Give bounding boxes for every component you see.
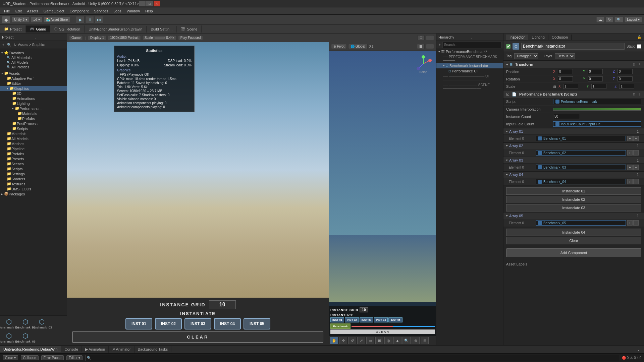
static-checkbox[interactable] xyxy=(637,44,641,49)
project-add-btn[interactable]: + xyxy=(1,43,5,47)
project-refresh-btn[interactable]: ↻ xyxy=(13,43,17,47)
tree-umslods[interactable]: 📁 UMS_LODs xyxy=(0,186,67,191)
tree-pipeline[interactable]: 📁 Pipeline xyxy=(0,146,67,151)
inst-btn-01[interactable]: INST 01 xyxy=(125,318,152,329)
hierarchy-search[interactable] xyxy=(442,42,501,48)
hier-benchmark-instanciator[interactable]: ▾ ⬡ Benchmark Instanciator xyxy=(436,63,503,68)
search-btn[interactable]: 🔍 xyxy=(614,17,623,22)
unity-logo-btn[interactable]: ◆ xyxy=(2,16,10,23)
tab-occlusion[interactable]: Occlusion xyxy=(548,35,572,40)
fav-all-materials[interactable]: 🔍 All Materials xyxy=(0,55,67,60)
menu-help[interactable]: Help xyxy=(143,8,156,14)
console-clear-btn[interactable]: Clear ▾ xyxy=(3,355,18,360)
tab-shader-graph[interactable]: UnityEditor.ShaderGraph.DrawIn xyxy=(85,26,147,33)
maximize-button[interactable]: □ xyxy=(146,1,153,6)
console-collapse-btn[interactable]: Collapse xyxy=(21,355,39,360)
transform-header[interactable]: ▾ ⊞ Transform ⚙ ⋮ xyxy=(503,61,644,68)
transform-gear-icon[interactable]: ⚙ xyxy=(633,63,636,66)
array-05-header[interactable]: ▾ Array 05 1 xyxy=(503,213,644,219)
btab-console[interactable]: Console xyxy=(61,346,82,352)
scene-clear-btn[interactable]: CLEAR xyxy=(330,329,435,334)
pos-z-input[interactable] xyxy=(618,69,633,74)
tab-inspector[interactable]: Inspector xyxy=(506,35,528,40)
scene-inst-04[interactable]: INST 04 xyxy=(374,317,388,322)
scene-tool-hand[interactable]: ✋ xyxy=(330,337,338,344)
scene-tool-rect[interactable]: ▭ xyxy=(366,337,374,344)
scene-inst-02[interactable]: INST 02 xyxy=(345,317,359,322)
array-03-remove-btn[interactable]: − xyxy=(633,165,639,170)
array-03-add-btn[interactable]: + xyxy=(627,165,633,170)
array-04-header[interactable]: ▾ Array 04 1 xyxy=(503,172,644,178)
insp-instanclate-03-btn[interactable]: Instanclate 03 xyxy=(506,204,641,212)
branch-btn[interactable]: ⎇ ▾ xyxy=(31,17,42,22)
scene-tool-scale[interactable]: ⤢ xyxy=(357,337,365,344)
array-04-add-btn[interactable]: + xyxy=(627,179,633,184)
array-02-add-btn[interactable]: + xyxy=(627,150,633,156)
tree-scripts[interactable]: 📁 Scripts xyxy=(0,126,67,131)
camera-interp-slider[interactable] xyxy=(553,108,641,111)
menu-file[interactable]: File xyxy=(1,8,13,14)
console-search-input[interactable] xyxy=(85,355,619,361)
object-active-checkbox[interactable] xyxy=(506,44,511,49)
tree-performance[interactable]: ▾ 📁 Performanc... xyxy=(0,106,67,111)
pause-button[interactable]: ⏸ xyxy=(85,16,94,23)
hierarchy-add-btn[interactable]: + xyxy=(438,43,442,47)
inst-btn-04[interactable]: INST 04 xyxy=(214,318,241,329)
menu-assets[interactable]: Assets xyxy=(24,8,41,14)
tree-postprocess[interactable]: 📁 PostProcess xyxy=(0,121,67,126)
menu-window[interactable]: Window xyxy=(124,8,143,14)
scene-view-modes[interactable]: ☰ xyxy=(417,44,425,49)
tree-animations[interactable]: 📁 Animations xyxy=(0,96,67,101)
instance-grid-input[interactable] xyxy=(209,300,236,309)
hier-perf-bench-label[interactable]: ── PERFORMANCE BENCHMARK ───── xyxy=(436,54,503,63)
collab-btn[interactable]: ↻ xyxy=(606,17,613,22)
hier-ui-section[interactable]: ── ─────────────── UI ───────────────── xyxy=(436,74,503,82)
tree-3d[interactable]: 📁 3D xyxy=(0,91,67,96)
tree-materials[interactable]: 📁 Materials xyxy=(0,111,67,116)
scene-tool-search[interactable]: 🔍 xyxy=(402,337,411,344)
console-error-pause-btn[interactable]: Error Pause xyxy=(41,355,64,360)
tab-project[interactable]: 📁 Project xyxy=(0,25,26,33)
tree-packages[interactable]: ▸ 📦 Packages xyxy=(0,191,67,196)
layer-select[interactable]: Default xyxy=(555,53,575,59)
file-benchmark-01[interactable]: ⬡ Benchmark_01 xyxy=(1,317,16,330)
tree-adaptive-perf[interactable]: 📁 Adaptive Perf xyxy=(0,76,67,81)
scale-z-input[interactable] xyxy=(619,84,634,89)
pos-x-input[interactable] xyxy=(558,69,573,74)
insp-instanclate-02-btn[interactable]: Instanclate 02 xyxy=(506,196,641,203)
maximize-game-btn[interactable]: ⊡ xyxy=(417,35,425,40)
project-search-btn[interactable]: 🔍 xyxy=(6,43,12,47)
tree-meshes[interactable]: 📁 Meshes xyxy=(0,141,67,146)
insp-instanclate-04-btn[interactable]: Instanclate 04 xyxy=(506,229,641,236)
file-benchmark-04[interactable]: ⬡ Benchmark_04 xyxy=(1,331,16,344)
btab-background-tasks[interactable]: Background Tasks xyxy=(135,346,172,352)
tab-sg-rotation[interactable]: ⬡ SG_Rotation xyxy=(50,25,85,33)
rot-y-input[interactable] xyxy=(588,76,603,81)
game-mode-btn[interactable]: Game xyxy=(69,35,83,40)
tree-textures[interactable]: 📁 Textures xyxy=(0,181,67,186)
array-05-add-btn[interactable]: + xyxy=(627,220,633,226)
array-01-add-btn[interactable]: + xyxy=(627,136,633,141)
add-component-btn[interactable]: Add Component xyxy=(506,248,641,257)
btab-animator[interactable]: ↗ Animator xyxy=(109,346,134,353)
menu-gameobject[interactable]: GameObject xyxy=(41,8,67,14)
tab-lighting[interactable]: Lighting xyxy=(528,35,548,40)
array-05-remove-btn[interactable]: − xyxy=(633,220,639,226)
scale-y-input[interactable] xyxy=(591,84,606,89)
tab-build-settings[interactable]: Build Settin... xyxy=(147,26,177,33)
inst-btn-05[interactable]: INST 05 xyxy=(244,318,270,329)
scale-slider[interactable] xyxy=(155,37,165,39)
asset-store-btn[interactable]: 🏪 Asset Store xyxy=(44,17,70,22)
hier-performance-benchmark[interactable]: ▾ 🎬 PerformanceBenchmark* xyxy=(436,49,503,54)
scene-inst-03[interactable]: INST 03 xyxy=(360,317,373,322)
tree-prefabs[interactable]: 📁 Prefabs xyxy=(0,116,67,121)
inst-btn-03[interactable]: INST 03 xyxy=(184,318,211,329)
tree-materials2[interactable]: 📁 Materials xyxy=(0,131,67,136)
clear-game-btn[interactable]: CLEAR xyxy=(72,331,323,343)
tree-prefabs2[interactable]: 📁 Prefabs xyxy=(0,151,67,156)
tree-scripts2[interactable]: 📁 Scripts xyxy=(0,166,67,171)
scene-tool-terrain[interactable]: ▲ xyxy=(393,337,401,344)
scene-tool-rotate[interactable]: ↺ xyxy=(348,337,356,344)
close-button[interactable]: ✕ xyxy=(154,1,160,6)
btab-options[interactable]: ⋮ xyxy=(633,346,644,353)
